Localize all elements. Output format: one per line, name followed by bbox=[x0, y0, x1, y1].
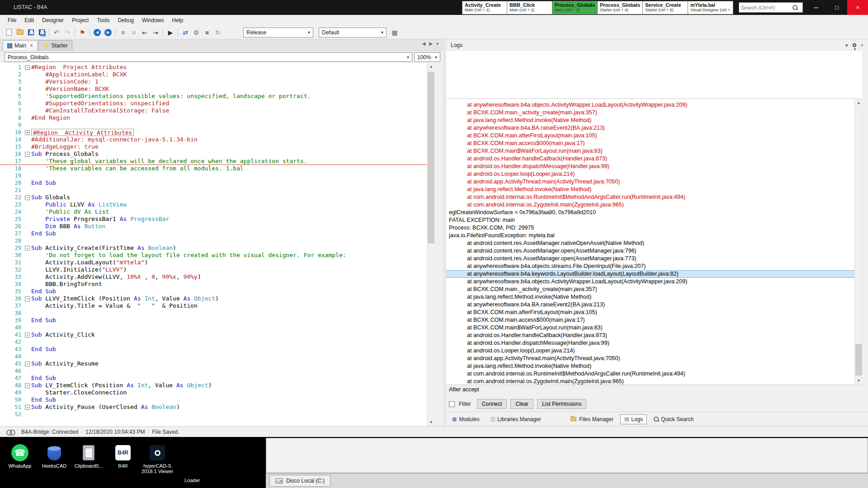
doc-tab-activity-create[interactable]: Activity_CreateMain (ctrl + 1) bbox=[462, 1, 507, 14]
save-all-icon[interactable] bbox=[36, 27, 47, 38]
menu-edit[interactable]: Edit bbox=[20, 16, 38, 25]
doc-tab-mytela-bal[interactable]: mYtela.balVisual Designer (ctrl + 6) bbox=[688, 1, 733, 14]
scroll-tabs-left-icon[interactable]: ◀ bbox=[422, 41, 426, 46]
log-line[interactable]: at java.lang.reflect.Method.invoke(Nativ… bbox=[446, 293, 854, 301]
desktop-icon-b4r[interactable]: B4RB4R bbox=[106, 443, 140, 469]
log-line[interactable]: at android.os.Looper.loop(Looper.java:21… bbox=[446, 347, 854, 355]
outdent-icon[interactable]: ⇤ bbox=[139, 27, 150, 38]
log-line[interactable]: at java.lang.reflect.Method.invoke(Nativ… bbox=[446, 117, 854, 124]
log-line[interactable]: at android.content.res.AssetManager.open… bbox=[446, 255, 854, 263]
wireless-bridge-icon[interactable]: ⇄ bbox=[180, 27, 191, 38]
log-line[interactable]: at android.os.Handler.dispatchMessage(Ha… bbox=[446, 163, 854, 170]
maximize-button[interactable]: □ bbox=[826, 0, 847, 15]
desktop-icon-clipboard0[interactable]: Clipboard0... bbox=[71, 443, 106, 469]
log-line[interactable]: FATAL EXCEPTION: main bbox=[446, 216, 854, 224]
build-configuration-dropdown[interactable]: Release bbox=[243, 28, 313, 38]
clean-project-icon[interactable]: ↻ bbox=[212, 27, 223, 38]
collapse-region-icon[interactable]: − bbox=[25, 246, 30, 251]
log-line[interactable]: java.io.FileNotFoundException: mytela.ba… bbox=[446, 232, 854, 239]
log-line[interactable]: at BCXK.COM.main._activity_create(main.j… bbox=[446, 109, 854, 117]
filter-profile-dropdown[interactable]: Default bbox=[319, 28, 387, 38]
navigate-forward-icon[interactable]: ▶ bbox=[103, 27, 113, 38]
indent-icon[interactable]: ⇥ bbox=[150, 27, 161, 38]
navigate-back-icon[interactable]: ◀ bbox=[92, 27, 103, 38]
logs-output[interactable]: at anywheresoftware.b4a.objects.Activity… bbox=[446, 99, 854, 385]
filter-checkbox[interactable] bbox=[449, 401, 455, 407]
stop-icon[interactable]: ■ bbox=[202, 27, 212, 38]
expand-region-icon[interactable]: + bbox=[25, 130, 30, 135]
tab-modules[interactable]: ▦Modules bbox=[448, 414, 484, 424]
log-line[interactable]: at BCXK.COM.main.access$000(main.java:17… bbox=[446, 140, 854, 147]
log-line[interactable]: at android.app.ActivityThread.main(Activ… bbox=[446, 355, 854, 362]
run-icon[interactable]: ▶ bbox=[165, 27, 176, 38]
panel-splitter[interactable] bbox=[443, 39, 446, 426]
log-line[interactable]: at BCXK.COM.main.access$000(main.java:17… bbox=[446, 316, 854, 324]
log-line[interactable]: at android.app.ActivityThread.main(Activ… bbox=[446, 178, 854, 186]
doc-tab-service-create[interactable]: Service_CreateStarter (ctrl + 5) bbox=[643, 1, 688, 14]
log-line[interactable]: at com.android.internal.os.RuntimeInit$M… bbox=[446, 193, 854, 201]
scroll-up-icon[interactable] bbox=[855, 99, 863, 107]
uncomment-selection-icon[interactable]: ≡ bbox=[128, 27, 139, 38]
log-line[interactable]: eglCreateWindowSurface = 0x796a3faa80, 0… bbox=[446, 209, 854, 216]
collapse-region-icon[interactable]: − bbox=[25, 195, 30, 200]
log-line[interactable]: at com.android.internal.os.ZygoteInit.ma… bbox=[446, 378, 854, 385]
menu-tools[interactable]: Tools bbox=[93, 16, 113, 25]
collapse-region-icon[interactable]: − bbox=[25, 65, 30, 70]
log-line[interactable]: at android.os.Handler.handleCallback(Han… bbox=[446, 332, 854, 339]
tab-logs[interactable]: ▤Logs bbox=[620, 414, 647, 424]
menu-designer[interactable]: Designer bbox=[38, 16, 68, 25]
log-line[interactable]: at android.os.Handler.handleCallback(Han… bbox=[446, 155, 854, 163]
close-tab-icon[interactable]: × bbox=[30, 42, 33, 49]
menu-windows[interactable]: Windows bbox=[138, 16, 168, 25]
editor-tab-starter[interactable]: ⚡Starter bbox=[38, 40, 72, 51]
log-line[interactable]: at com.android.internal.os.RuntimeInit$M… bbox=[446, 370, 854, 378]
redo-icon[interactable]: ↷ bbox=[62, 27, 73, 38]
editor-scrollbar-thumb[interactable] bbox=[428, 72, 434, 244]
sub-selector-dropdown[interactable]: Process_Globals bbox=[5, 52, 412, 62]
collapse-region-icon[interactable]: − bbox=[25, 333, 30, 338]
open-project-icon[interactable] bbox=[14, 27, 25, 38]
collapse-region-icon[interactable]: − bbox=[25, 405, 30, 410]
desktop-icon-hypercad-s-2018-1-viewer[interactable]: hyperCAD-S 2018.1 Viewer bbox=[140, 443, 175, 474]
editor-tab-main[interactable]: Main× bbox=[3, 40, 38, 51]
log-line[interactable]: at anywheresoftware.b4a.BA.raiseEvent2(B… bbox=[446, 301, 854, 309]
menu-debug[interactable]: Debug bbox=[113, 16, 137, 25]
desktop-icon-whatsapp[interactable]: ☎WhatsApp bbox=[3, 443, 37, 469]
scroll-down-icon[interactable] bbox=[427, 418, 435, 426]
close-logs-icon[interactable]: × bbox=[861, 42, 863, 48]
new-file-icon[interactable] bbox=[4, 27, 14, 38]
compile-icon[interactable]: ⚙ bbox=[191, 27, 202, 38]
desktop-icon-heekscad[interactable]: HeeksCAD bbox=[37, 443, 71, 469]
log-line[interactable]: at BCXK.COM.main._activity_create(main.j… bbox=[446, 286, 854, 293]
taskbar-item-disco-local[interactable]: Disco Local (C:) bbox=[269, 475, 330, 487]
doc-tab-process-globals[interactable]: Process_GlobalsMain (ctrl + 3) bbox=[552, 1, 598, 14]
log-line[interactable]: at anywheresoftware.b4a.objects.Activity… bbox=[446, 278, 854, 286]
taskbar-label-loader[interactable]: Loader bbox=[184, 478, 200, 483]
clear-button[interactable]: Clear bbox=[510, 399, 533, 409]
log-line[interactable]: at android.content.res.AssetManager.nati… bbox=[446, 239, 854, 247]
editor-scrollbar[interactable] bbox=[427, 63, 434, 426]
scroll-down-icon[interactable] bbox=[855, 377, 863, 385]
tab-quick-search[interactable]: Quick Search bbox=[650, 414, 698, 424]
menu-file[interactable]: File bbox=[4, 16, 20, 25]
menu-help[interactable]: Help bbox=[168, 16, 188, 25]
log-line[interactable]: at android.os.Looper.loop(Looper.java:21… bbox=[446, 170, 854, 178]
close-button[interactable]: × bbox=[847, 0, 868, 15]
menu-project[interactable]: Project bbox=[68, 16, 93, 25]
save-icon[interactable] bbox=[25, 27, 36, 38]
log-line[interactable]: at anywheresoftware.b4a.keywords.LayoutB… bbox=[446, 270, 854, 278]
collapse-region-icon[interactable]: − bbox=[25, 383, 30, 388]
undo-icon[interactable]: ↶ bbox=[51, 27, 62, 38]
scroll-tabs-right-icon[interactable]: ▶ bbox=[429, 41, 433, 46]
layout-grid-icon[interactable]: ▦ bbox=[389, 27, 400, 38]
zoom-dropdown[interactable]: 100% bbox=[414, 52, 440, 62]
log-line[interactable]: at anywheresoftware.b4a.BA.raiseEvent2(B… bbox=[446, 124, 854, 132]
collapse-region-icon[interactable]: − bbox=[25, 361, 30, 366]
code-editor[interactable]: 1−#Region Project Attributes2 #Applicati… bbox=[0, 63, 427, 426]
log-line[interactable]: at java.lang.reflect.Method.invoke(Nativ… bbox=[446, 362, 854, 370]
log-line[interactable]: at BCXK.COM.main.afterFirstLayout(main.j… bbox=[446, 132, 854, 140]
doc-tab-process-globals[interactable]: Process_GlobalsStarter (ctrl + 4) bbox=[598, 1, 643, 14]
tab-list-icon[interactable]: ▾ bbox=[436, 41, 439, 46]
connect-button[interactable]: Connect bbox=[477, 399, 507, 409]
pin-icon[interactable] bbox=[853, 43, 856, 47]
